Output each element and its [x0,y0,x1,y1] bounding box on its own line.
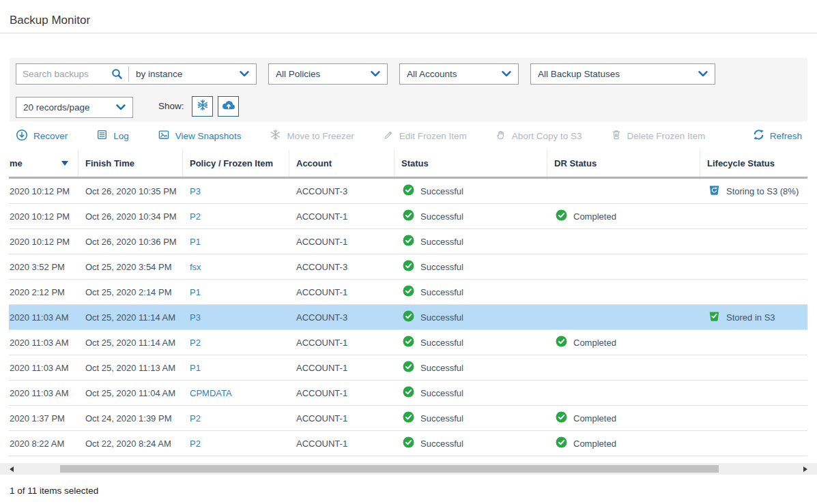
scroll-left-icon[interactable] [10,466,14,472]
column-label: Lifecycle Status [707,158,775,168]
cell-status: Successful [395,260,547,273]
trash-icon [611,129,622,143]
success-icon [403,436,414,450]
cell-status: Successful [395,285,547,299]
stored-s3-icon [708,310,720,324]
column-header-dr-status[interactable]: DR Status [547,150,700,177]
cell-policy: P1 [183,287,289,297]
show-label: Show: [158,101,184,111]
column-label: Status [401,158,429,168]
backup-statuses-select[interactable]: All Backup Statuses [530,63,715,85]
cell-status: Successful [395,235,547,248]
search-input[interactable] [16,69,110,79]
cell-dr-status: Completed [547,336,700,349]
view-snapshots-button[interactable]: View Snapshots [158,129,242,143]
cloud-upload-icon [221,100,236,113]
column-header-finish-time[interactable]: Finish Time [78,150,183,177]
column-label: Account [296,158,332,168]
cell-account: ACCOUNT-1 [289,237,395,247]
table-row[interactable]: 2020 10:12 PM Oct 26, 2020 10:34 PM P2 A… [9,204,807,229]
search-by-select[interactable]: by instance [129,64,256,84]
log-button[interactable]: Log [96,129,129,143]
recover-button[interactable]: Recover [16,129,68,143]
table-row[interactable]: 2020 8:22 AM Oct 22, 2020 8:24 AM P2 ACC… [9,431,807,456]
column-label: DR Status [554,158,597,168]
move-to-freezer-button[interactable]: Move to Freezer [270,129,354,143]
cell-account: ACCOUNT-1 [289,363,395,373]
cell-policy: P1 [183,237,289,247]
refresh-label: Refresh [770,131,802,141]
move-to-freezer-label: Move to Freezer [287,131,354,141]
policy-link[interactable]: CPMDATA [190,388,232,398]
table-row[interactable]: 2020 10:12 PM Oct 26, 2020 10:36 PM P1 A… [9,229,807,254]
policy-link[interactable]: fsx [190,262,201,272]
scrollbar-thumb[interactable] [60,465,719,473]
log-label: Log [113,131,129,141]
chevron-down-icon [698,69,708,79]
column-header-start-time[interactable]: me [9,150,78,177]
cell-status: Successful [395,411,547,425]
cell-start-time: 2020 11:03 AM [9,363,78,373]
recover-label: Recover [33,131,68,141]
table-row[interactable]: 2020 11:03 AM Oct 25, 2020 11:14 AM P2 A… [9,330,807,355]
cell-policy: P2 [183,338,289,348]
policy-link[interactable]: P1 [190,287,201,297]
completed-icon [556,411,567,425]
policy-link[interactable]: P1 [190,237,201,247]
column-header-lifecycle-status[interactable]: Lifecycle Status [700,150,807,177]
cell-finish-time: Oct 25, 2020 11:13 AM [78,363,183,373]
show-frozen-toggle[interactable] [192,96,213,117]
cell-status: Successful [395,386,547,400]
cell-finish-time: Oct 26, 2020 10:35 PM [78,186,183,196]
records-per-page-select[interactable]: 20 records/page [16,97,133,118]
accounts-select[interactable]: All Accounts [399,63,519,85]
backup-statuses-value: All Backup Statuses [538,69,620,79]
cell-policy: P3 [183,312,289,323]
table-row[interactable]: 2020 11:03 AM Oct 25, 2020 11:13 AM P1 A… [9,355,807,381]
refresh-button[interactable]: Refresh [753,129,802,143]
table-row[interactable]: 2020 10:12 PM Oct 26, 2020 10:35 PM P3 A… [9,179,807,204]
column-header-account[interactable]: Account [289,150,395,177]
policies-select[interactable]: All Policies [268,63,388,85]
cell-lifecycle-status: Storing to S3 (8%) [700,184,807,198]
backup-monitor-page: Backup Monitor by instance All Policies … [0,0,817,504]
table-row[interactable]: 2020 11:03 AM Oct 25, 2020 11:14 AM P3 A… [9,305,807,330]
success-icon [403,209,414,223]
policy-link[interactable]: P2 [190,439,201,449]
abort-copy-s3-button[interactable]: Abort Copy to S3 [496,130,582,143]
delete-frozen-item-button[interactable]: Delete Frozen Item [611,129,706,143]
refresh-icon [753,129,764,143]
scroll-right-icon[interactable] [803,466,807,472]
table-row[interactable]: 2020 3:52 PM Oct 25, 2020 3:54 PM fsx AC… [9,254,807,280]
page-title: Backup Monitor [10,14,90,27]
abort-copy-s3-label: Abort Copy to S3 [512,131,582,141]
policy-link[interactable]: P2 [190,338,201,348]
view-snapshots-label: View Snapshots [175,131,242,141]
show-s3-toggle[interactable] [218,96,239,117]
horizontal-scrollbar[interactable] [0,463,817,475]
cell-account: ACCOUNT-1 [289,211,395,222]
cell-account: ACCOUNT-1 [289,338,395,348]
policy-link[interactable]: P2 [190,211,201,222]
table-row[interactable]: 2020 11:03 AM Oct 25, 2020 11:04 AM CPMD… [9,381,807,406]
cell-start-time: 2020 8:22 AM [9,439,78,449]
table-row[interactable]: 2020 2:12 PM Oct 25, 2020 2:14 PM P1 ACC… [9,280,807,305]
policies-value: All Policies [276,69,320,79]
cell-account: ACCOUNT-3 [289,186,395,196]
success-icon [403,184,414,198]
policy-link[interactable]: P3 [190,312,201,323]
policy-link[interactable]: P2 [190,413,201,424]
column-header-policy[interactable]: Policy / Frozen Item [183,150,289,177]
recover-icon [16,129,28,143]
table-row[interactable]: 2020 1:37 PM Oct 24, 2020 1:39 PM P2 ACC… [9,406,807,431]
cell-policy: P2 [183,211,289,222]
edit-frozen-item-button[interactable]: Edit Frozen Item [383,130,467,143]
policy-link[interactable]: P1 [190,363,201,373]
search-icon[interactable] [110,68,128,80]
cell-status: Successful [395,184,547,198]
policy-link[interactable]: P3 [190,186,201,196]
column-header-status[interactable]: Status [395,150,547,177]
title-divider [0,33,817,33]
cell-start-time: 2020 10:12 PM [9,237,78,247]
cell-account: ACCOUNT-1 [289,413,395,424]
